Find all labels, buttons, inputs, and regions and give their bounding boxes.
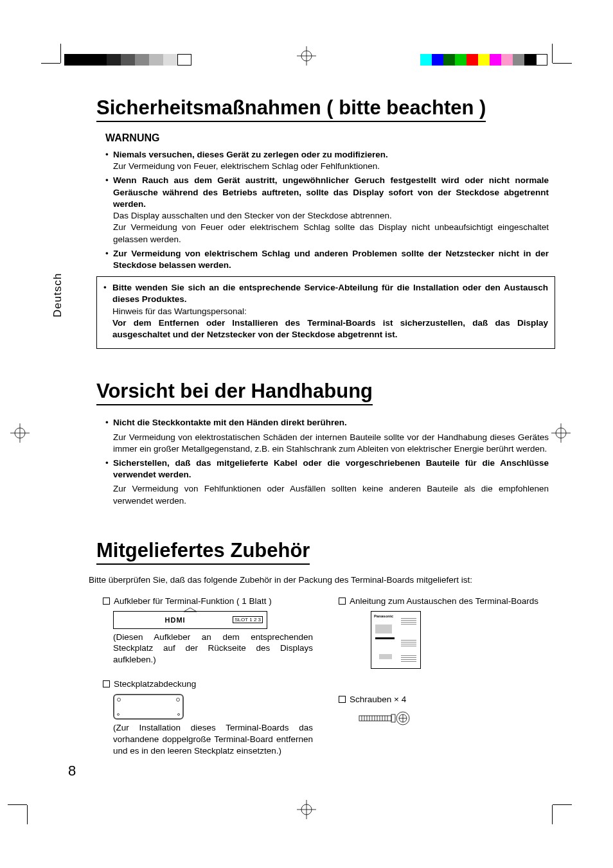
checkbox-icon [339,598,346,605]
color-bar [420,54,547,66]
svg-rect-24 [391,714,395,722]
svg-rect-12 [359,716,391,721]
accessory-title: Schrauben × 4 [350,695,406,704]
service-box: Bitte wenden Sie sich an die entsprechen… [96,276,555,349]
accessories-intro: Bitte überprüfen Sie, daß das folgende Z… [89,575,555,585]
checkbox-icon [339,696,346,703]
heading-safety: Sicherheitsmaßnahmen ( bitte beachten ) [96,96,486,122]
subheading-warning: WARNUNG [105,132,549,144]
heading-accessories: Mitgeliefertes Zubehör [96,539,310,565]
accessory-title: Steckplatzabdeckung [114,679,196,689]
screw-illustration [358,711,416,728]
accessory-screws: Schrauben × 4 [339,695,549,728]
registration-mark-bottom [297,800,316,822]
slotcover-illustration [113,694,184,720]
sticker-illustration: HDMI SLOT 1 2 3 [113,611,267,629]
handling-bold: Sicherstellen, daß das mitgelieferte Kab… [113,458,549,479]
registration-mark-top [297,46,316,68]
service-bold2: Vor dem Entfernen oder Installieren des … [112,317,548,341]
accessory-note: (Zur Installation dieses Terminal-Boards… [113,722,313,756]
sticker-hdmi-label: HDMI [165,616,186,624]
checkbox-icon [103,598,110,605]
sticker-slot-label: SLOT 1 2 3 [233,616,263,623]
handling-plain: Zur Vermeidung von elektrostatischen Sch… [113,432,549,455]
manual-illustration: Panasonic [371,611,421,669]
warning-item: Zur Vermeidung von elektrischem Schlag u… [105,248,549,271]
warning-plain: Zur Vermeidung von Feuer, elektrischem S… [113,161,549,172]
service-plain: Hinweis für das Wartungspersonal: [112,306,548,317]
handling-item: Nicht die Steckkontakte mit den Händen d… [105,417,549,455]
accessory-title: Aufkleber für Terminal-Funktion ( 1 Blat… [114,596,272,606]
handling-item: Sicherstellen, daß das mitgelieferte Kab… [105,457,549,507]
accessory-slotcover: Steckplatzabdeckung (Zur Installation di… [103,679,313,756]
page-number: 8 [68,763,76,779]
handling-bold: Nicht die Steckkontakte mit den Händen d… [113,418,347,427]
service-item: Bitte wenden Sie sich an die entsprechen… [103,282,548,341]
handling-list: Nicht die Steckkontakte mit den Händen d… [105,417,549,507]
accessory-note: (Diesen Aufkleber an dem entsprechenden … [113,632,313,666]
accessory-manual: Anleitung zum Austauschen des Terminal-B… [339,596,549,669]
warning-bold: Niemals versuchen, dieses Gerät zu zerle… [113,150,388,159]
handling-plain: Zur Vermeidung von Fehlfunktionen oder A… [113,483,549,506]
warning-bold: Wenn Rauch aus dem Gerät austritt, ungew… [113,175,549,208]
warning-item: Niemals versuchen, dieses Gerät zu zerle… [105,149,549,172]
accessory-sticker: Aufkleber für Terminal-Funktion ( 1 Blat… [103,596,313,666]
warning-bold: Zur Vermeidung von elektrischem Schlag u… [113,249,549,270]
grayscale-bar [64,54,191,66]
warning-plain: Das Display ausschalten und den Stecker … [113,210,549,245]
checkbox-icon [103,680,110,687]
accessory-title: Anleitung zum Austauschen des Terminal-B… [350,596,538,606]
heading-handling: Vorsicht bei der Handhabung [96,380,373,405]
service-bold: Bitte wenden Sie sich an die entsprechen… [112,283,548,304]
warning-item: Wenn Rauch aus dem Gerät austritt, ungew… [105,175,549,245]
registration-mark-left [10,423,30,445]
warning-list: Niemals versuchen, dieses Gerät zu zerle… [105,149,549,271]
